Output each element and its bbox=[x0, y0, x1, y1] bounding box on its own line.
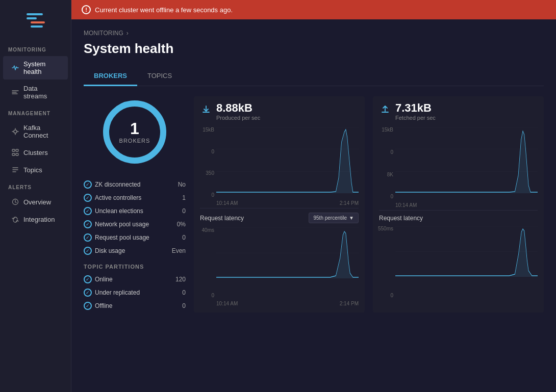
management-section-label: MANAGEMENT bbox=[0, 104, 71, 119]
fetched-y-top: 15kB bbox=[382, 127, 393, 133]
produced-x-axis: 10:14 AM 2:14 PM bbox=[216, 200, 359, 206]
produced-chart-content: 10:14 AM 2:14 PM bbox=[216, 127, 359, 206]
fetched-top-chart: 15kB 0 8K 0 bbox=[379, 127, 538, 306]
check-icon-ac bbox=[84, 194, 92, 202]
produced-chart-header: 8.88kB Produced per sec bbox=[200, 102, 359, 121]
metric-name-ur: Under replicated bbox=[95, 289, 140, 296]
sidebar-item-system-health[interactable]: System health bbox=[3, 56, 68, 80]
latency-y-mid: 0 bbox=[211, 293, 214, 298]
metric-value-ur: 0 bbox=[182, 289, 186, 296]
produced-x-end: 2:14 PM bbox=[340, 200, 359, 206]
sidebar-item-overview[interactable]: Overview bbox=[3, 194, 68, 210]
metric-name-zk: ZK disconnected bbox=[95, 181, 140, 188]
breadcrumb: MONITORING › bbox=[84, 30, 544, 37]
donut-center: 1 BROKERS bbox=[119, 120, 150, 144]
fetched-y-mid-1: 0 bbox=[390, 149, 393, 155]
check-icon-rp bbox=[84, 233, 92, 242]
produced-sub-label: Produced per sec bbox=[216, 115, 260, 121]
fetched-y-mid-2: 8K bbox=[387, 172, 393, 177]
metric-value-du: Even bbox=[172, 247, 186, 254]
produced-chart-with-yaxis: 15kB 0 350 0 bbox=[200, 127, 359, 206]
alert-message: Current cluster went offline a few secon… bbox=[95, 6, 233, 14]
dashboard-grid: 1 BROKERS ZK disconnected No bbox=[84, 96, 544, 312]
logo bbox=[0, 0, 71, 41]
metric-value-zk: No bbox=[178, 181, 186, 188]
produced-y-axis: 15kB 0 350 0 bbox=[200, 127, 214, 206]
fetched-latency-chart-content bbox=[395, 226, 538, 307]
tab-brokers[interactable]: BROKERS bbox=[84, 67, 137, 86]
svg-rect-3 bbox=[12, 153, 15, 155]
latency-x-start: 10:14 AM bbox=[216, 301, 238, 306]
logo-line-4 bbox=[31, 25, 43, 28]
fetched-sub-label: Fetched per sec bbox=[395, 115, 436, 121]
metric-online: Online 120 bbox=[84, 273, 186, 286]
latency-label: Request latency bbox=[200, 215, 244, 222]
fetched-latency-y-bottom: 0 bbox=[390, 293, 393, 298]
download-icon bbox=[200, 102, 212, 115]
topics-icon bbox=[11, 166, 19, 174]
health-icon bbox=[11, 64, 19, 72]
sidebar-label-kafka-connect: Kafka Connect bbox=[23, 124, 60, 139]
tab-topics[interactable]: TOPICS bbox=[137, 67, 182, 86]
produced-main-value: 8.88kB bbox=[216, 102, 260, 114]
fetched-main-value: 7.31kB bbox=[395, 102, 436, 114]
check-icon-du bbox=[84, 247, 92, 255]
check-icon-ur bbox=[84, 289, 92, 297]
metric-active-controllers: Active controllers 1 bbox=[84, 191, 186, 204]
latency-chart-with-yaxis: 40ms 0 bbox=[200, 227, 359, 306]
y-label-0-top: 0 bbox=[211, 149, 214, 154]
sidebar-item-data-streams[interactable]: Data streams bbox=[3, 81, 68, 104]
produced-value-group: 8.88kB Produced per sec bbox=[216, 102, 260, 121]
monitoring-section-label: MONITORING bbox=[0, 41, 71, 56]
percentile-dropdown[interactable]: 95th percentile ▼ bbox=[309, 213, 359, 223]
produced-chart-panel: 8.88kB Produced per sec 15kB 0 350 0 bbox=[194, 96, 365, 312]
fetched-y-bottom: 0 bbox=[390, 194, 393, 199]
latency-header: Request latency 95th percentile ▼ bbox=[200, 208, 359, 225]
sidebar-item-integration[interactable]: Integration bbox=[3, 211, 68, 227]
fetched-latency-y-axis: 550ms 0 bbox=[379, 226, 393, 307]
check-icon-np bbox=[84, 220, 92, 228]
topic-partitions-list: Online 120 Under replicated 0 bbox=[84, 273, 186, 312]
metric-name-np: Network pool usage bbox=[95, 221, 149, 228]
metrics-list: ZK disconnected No Active controllers 1 bbox=[84, 178, 186, 257]
fetched-latency-area bbox=[395, 226, 538, 306]
sidebar-item-topics[interactable]: Topics bbox=[3, 162, 68, 178]
y-label-350: 350 bbox=[206, 170, 214, 176]
metric-value-rp: 0 bbox=[182, 234, 186, 241]
clusters-icon bbox=[11, 148, 19, 156]
metric-offline: Offline 0 bbox=[84, 299, 186, 312]
latency-x-axis: 10:14 AM 2:14 PM bbox=[216, 301, 359, 306]
latency-y-axis: 40ms 0 bbox=[200, 227, 214, 306]
logo-line-2 bbox=[27, 17, 37, 19]
latency-x-end: 2:14 PM bbox=[340, 301, 359, 306]
metric-name-rp: Request pool usage bbox=[95, 234, 149, 241]
logo-line-1 bbox=[27, 13, 43, 15]
sidebar-item-clusters[interactable]: Clusters bbox=[3, 144, 68, 161]
alert-banner: ! Current cluster went offline a few sec… bbox=[71, 0, 556, 19]
latency-y-top: 40ms bbox=[202, 227, 214, 233]
topic-partitions-header: TOPIC PARTITIONS bbox=[84, 257, 186, 273]
fetched-chart-panel: 7.31kB Fetched per sec 15kB 0 8K 0 bbox=[373, 96, 544, 312]
sidebar-item-kafka-connect[interactable]: Kafka Connect bbox=[3, 120, 68, 143]
sidebar-label-clusters: Clusters bbox=[23, 149, 48, 156]
fetched-svg bbox=[395, 127, 538, 193]
metric-network-pool: Network pool usage 0% bbox=[84, 218, 186, 231]
check-icon-online bbox=[84, 275, 92, 283]
alert-icon: ! bbox=[82, 5, 91, 14]
overview-icon bbox=[11, 198, 19, 206]
produced-chart-area bbox=[216, 127, 359, 199]
metric-value-ue: 0 bbox=[182, 207, 186, 215]
y-label-15kb: 15kB bbox=[203, 127, 214, 133]
metric-zk-disconnected: ZK disconnected No bbox=[84, 178, 186, 191]
svg-marker-25 bbox=[395, 230, 538, 277]
fetched-y-axis: 15kB 0 8K 0 bbox=[379, 127, 393, 208]
fetched-latency-chart-with-yaxis: 550ms 0 bbox=[379, 226, 538, 307]
metric-disk-usage: Disk usage Even bbox=[84, 244, 186, 257]
page-content: MONITORING › System health BROKERS TOPIC… bbox=[71, 19, 556, 392]
page-title: System health bbox=[84, 41, 544, 57]
percentile-value: 95th percentile bbox=[313, 215, 347, 221]
metric-unclean-elections: Unclean elections 0 bbox=[84, 204, 186, 218]
latency-chart-area-inner bbox=[216, 227, 359, 300]
main-content: ! Current cluster went offline a few sec… bbox=[71, 0, 556, 392]
kafka-icon bbox=[11, 127, 19, 136]
